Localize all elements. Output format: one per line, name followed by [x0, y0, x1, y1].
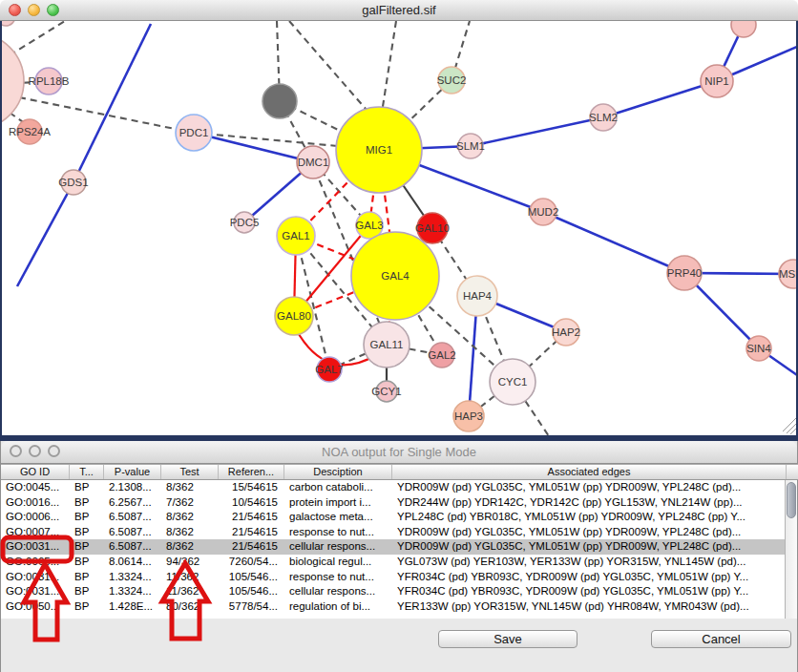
column-header-0[interactable]: GO ID [1, 465, 70, 479]
column-header-6[interactable]: Associated edges [392, 465, 787, 479]
graph-window-titlebar[interactable]: galFiltered.sif [0, 0, 798, 21]
node-label: GAL2 [428, 349, 455, 361]
node-label: HAP4 [463, 290, 493, 302]
cell: 21/54615 [219, 539, 284, 555]
cell: 7/362 [161, 495, 219, 511]
cell: GO:0031... [1, 539, 70, 555]
cell: 6.5087... [104, 525, 161, 540]
node-unlabeled[interactable] [2, 21, 15, 26]
node-unlabeled[interactable] [731, 21, 756, 37]
cell: BP [70, 599, 104, 615]
cell: 105/546... [219, 584, 284, 599]
edge-dashed[interactable] [382, 21, 396, 113]
node-label: RPL18B [29, 75, 70, 87]
cell: GO:0050... [1, 599, 70, 615]
node-label: PDC5 [230, 217, 260, 228]
traffic-lights [9, 4, 59, 16]
cell: YDR244W (pp) YDR142C, YDR142C (pp) YGL15… [392, 495, 787, 511]
zoom-button[interactable] [48, 445, 60, 457]
noa-window: NOA output for Single Mode GO IDT...P-va… [0, 441, 798, 672]
cell: YFR034C (pd) YBR093C, YDR009W (pd) YGL03… [392, 584, 787, 599]
table-header-row: GO IDT...P-valueTestReferen...Desciption… [1, 464, 798, 480]
node-label: MSL1 [779, 268, 796, 280]
cell: 1.428E... [104, 599, 161, 615]
minimize-button[interactable] [28, 4, 40, 16]
cell: cellular respons... [284, 539, 392, 555]
table-row[interactable]: GO:0031...BP1.3324...11/362105/546...res… [1, 570, 787, 585]
node-label: HAP3 [454, 410, 483, 422]
node-label: HAP2 [552, 326, 580, 338]
graph-window-title: galFiltered.sif [0, 3, 798, 17]
network-graph: RPL18BRPS24AGDS1PDC1DMC1MIG1SUC2SLM1SLM2… [2, 21, 796, 435]
cell: 8/362 [161, 480, 219, 495]
close-button[interactable] [10, 445, 22, 457]
cell: YER133W (pp) YOR315W, YNL145W (pd) YHR08… [392, 599, 787, 615]
edge-dashed[interactable] [289, 21, 372, 116]
cell: 11/362 [161, 584, 219, 599]
table-row[interactable]: GO:0065...BP8.0614...94/3627260/54...bio… [1, 555, 787, 570]
cell: regulation of bi... [284, 599, 392, 615]
resize-grip[interactable] [787, 423, 796, 433]
scrollbar-thumb[interactable] [787, 482, 796, 518]
cell: YDR009W (pd) YGL035C, YML051W (pp) YDR00… [392, 480, 787, 495]
minimize-button[interactable] [29, 445, 41, 457]
edge-pp[interactable] [543, 212, 684, 273]
node-unlabeled[interactable] [262, 84, 297, 118]
save-button[interactable]: Save [438, 630, 578, 648]
table-row[interactable]: GO:0031...BP1.3324...11/362105/546...cel… [1, 584, 787, 599]
node-label: GAL4 [381, 270, 410, 282]
edge-pp[interactable] [17, 182, 74, 286]
edge-pp[interactable] [74, 24, 151, 182]
node-label: MUD2 [528, 206, 559, 218]
noa-traffic-lights [10, 445, 60, 457]
cell: 94/362 [161, 555, 219, 570]
node-label: GAL11 [370, 339, 404, 350]
cell: GO:0031... [1, 584, 70, 599]
table-scrollbar[interactable] [785, 480, 797, 619]
node-label: RPS24A [9, 126, 51, 137]
node-label: NIP1 [704, 75, 729, 87]
noa-window-titlebar[interactable]: NOA output for Single Mode [1, 441, 797, 464]
cell: GO:0016... [1, 495, 70, 511]
table-row[interactable]: GO:0050...BP1.428E...80/3625778/54...reg… [1, 599, 787, 615]
table-row[interactable]: GO:0031...BP6.5087...8/36221/54615cellul… [1, 539, 787, 555]
close-button[interactable] [9, 4, 21, 16]
cell: 8/362 [161, 510, 219, 525]
cell: 7260/54... [219, 555, 284, 570]
cell: carbon cataboli... [284, 480, 392, 495]
column-header-5[interactable]: Desciption [284, 465, 392, 479]
node-label: SIN4 [746, 343, 771, 354]
column-header-3[interactable]: Test [161, 465, 219, 479]
edge-pp[interactable] [471, 117, 603, 146]
cell: 105/546... [219, 570, 284, 585]
cell: 10/54615 [219, 495, 284, 511]
cell: 80/362 [161, 599, 219, 615]
cell: BP [70, 510, 104, 525]
column-header-1[interactable]: T... [70, 465, 104, 479]
node-label: SLM2 [589, 112, 618, 123]
node-label: GAL1 [282, 230, 309, 242]
node-label: PDC1 [179, 127, 209, 138]
resize-grip[interactable] [783, 418, 796, 431]
table-row[interactable]: GO:0006...BP6.5087...8/36221/54615galact… [1, 510, 787, 525]
cell: 21/54615 [219, 525, 284, 540]
edge-dashed[interactable] [10, 21, 65, 55]
node-label: GAL3 [355, 220, 383, 231]
cell: BP [70, 480, 104, 495]
cell: 6.5087... [104, 539, 161, 555]
network-canvas[interactable]: RPL18BRPS24AGDS1PDC1DMC1MIG1SUC2SLM1SLM2… [0, 21, 798, 441]
table-row[interactable]: GO:0016...BP6.2567...7/36210/54615protei… [1, 495, 787, 511]
cell: BP [70, 584, 104, 599]
cell: 8/362 [161, 539, 219, 555]
cell: BP [70, 555, 104, 570]
node-label: GCY1 [371, 386, 401, 397]
node-label: GAL10 [415, 222, 450, 234]
cancel-button[interactable]: Cancel [651, 630, 791, 648]
edge-pp[interactable] [603, 81, 717, 117]
column-header-2[interactable]: P-value [104, 465, 161, 479]
column-header-4[interactable]: Referen... [219, 465, 284, 479]
table-row[interactable]: GO:0007...BP6.5087...8/36221/54615respon… [1, 525, 787, 540]
table-row[interactable]: GO:0045...BP2.1308...8/36215/54615carbon… [1, 480, 787, 495]
cell: 21/54615 [219, 510, 284, 525]
zoom-button[interactable] [47, 4, 59, 16]
